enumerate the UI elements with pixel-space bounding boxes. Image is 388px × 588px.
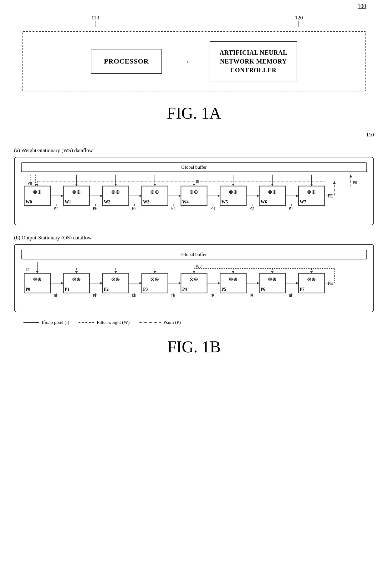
svg-marker-89 <box>193 271 195 273</box>
svg-text:⊗⊕: ⊗⊕ <box>111 276 120 282</box>
svg-marker-74 <box>154 184 156 186</box>
svg-text:⊗⊕: ⊗⊕ <box>307 189 316 195</box>
svg-marker-93 <box>271 271 273 273</box>
processor-label: PROCESSOR <box>104 57 149 65</box>
svg-text:P2: P2 <box>249 206 254 211</box>
svg-text:P4: P4 <box>171 206 176 211</box>
svg-marker-21 <box>100 195 103 197</box>
svg-text:W3: W3 <box>143 200 150 204</box>
svg-text:W7: W7 <box>196 264 202 268</box>
svg-text:W2: W2 <box>104 200 110 204</box>
fig1b-section: 110 (a) Weight-Stationary (WS) dataflow … <box>14 122 374 356</box>
svg-text:⊗⊕: ⊗⊕ <box>150 276 159 282</box>
legend-solid-label: Ifmap pixel (I) <box>42 320 69 325</box>
svg-text:⊗⊕: ⊗⊕ <box>268 189 277 195</box>
svg-marker-70 <box>75 184 78 186</box>
svg-marker-14 <box>61 195 63 197</box>
dotted-line-icon <box>139 322 161 323</box>
svg-text:W4: W4 <box>182 200 189 204</box>
svg-text:P1: P1 <box>65 287 69 291</box>
svg-text:P2: P2 <box>104 287 109 291</box>
legend-dotted: Psum (P) <box>139 320 181 325</box>
svg-marker-28 <box>140 195 142 197</box>
svg-text:⊗⊕: ⊗⊕ <box>268 276 277 282</box>
svg-text:⊗⊕: ⊗⊕ <box>150 189 159 195</box>
svg-marker-9 <box>350 175 352 177</box>
ref-110-fig1b: 110 <box>366 132 374 138</box>
ann-memory-controller-block: ARTIFICIAL NEURALNETWORK MEMORYCONTROLLE… <box>210 41 297 81</box>
svg-text:P0: P0 <box>353 181 357 185</box>
svg-marker-114 <box>100 282 103 284</box>
svg-text:W1: W1 <box>65 200 71 204</box>
svg-text:⊗⊕: ⊗⊕ <box>33 189 42 195</box>
svg-text:⊗⊕: ⊗⊕ <box>33 276 42 282</box>
os-section: (b) Output-Stationary (OS) dataflow Glob… <box>14 235 374 313</box>
svg-marker-99 <box>114 271 117 273</box>
os-global-buffer: Global buffer <box>21 250 367 259</box>
svg-marker-138 <box>218 282 220 284</box>
svg-text:W6: W6 <box>261 200 267 204</box>
fig1a-section: 100 110 120 PROCESSOR ARTIFICIAL NEURALN… <box>22 0 366 122</box>
processor-block: PROCESSOR <box>91 49 162 74</box>
svg-text:⊗⊕: ⊗⊕ <box>229 189 237 195</box>
svg-text:P7: P7 <box>54 206 58 211</box>
legend-solid: Ifmap pixel (I) <box>23 320 69 325</box>
svg-text:P8: P8 <box>28 181 32 186</box>
svg-text:⊗⊕: ⊗⊕ <box>229 276 237 282</box>
svg-marker-49 <box>257 195 259 197</box>
svg-marker-146 <box>257 282 259 284</box>
legend-dotted-label: Psum (P) <box>163 320 181 325</box>
arrow-processor-to-ann <box>181 56 191 67</box>
svg-text:W5: W5 <box>222 200 228 204</box>
svg-text:P5: P5 <box>222 287 226 291</box>
svg-marker-95 <box>310 271 313 273</box>
svg-marker-5 <box>193 184 195 186</box>
svg-text:P6: P6 <box>93 206 98 211</box>
svg-marker-97 <box>75 271 78 273</box>
ref-110-fig1a: 110 <box>91 15 99 21</box>
svg-text:P7: P7 <box>300 287 304 291</box>
ws-svg: P8 I8 P0 ⊗⊕ W0 <box>21 175 367 217</box>
svg-text:⊗⊕: ⊗⊕ <box>189 189 198 195</box>
svg-marker-35 <box>179 195 181 197</box>
dashed-line-icon <box>79 322 94 323</box>
fig1a-title: FIG. 1A <box>22 104 366 122</box>
svg-text:⊗⊕: ⊗⊕ <box>72 189 81 195</box>
svg-text:P3: P3 <box>210 206 215 211</box>
svg-marker-91 <box>232 271 234 273</box>
ws-label: (a) Weight-Stationary (WS) dataflow <box>14 147 374 154</box>
svg-text:P5: P5 <box>132 206 137 211</box>
svg-text:⊗⊕: ⊗⊕ <box>111 189 120 195</box>
svg-text:⊗⊕: ⊗⊕ <box>307 276 316 282</box>
ref-120-fig1a: 120 <box>295 15 303 21</box>
legend: Ifmap pixel (I) Filter weight (W) Psum (… <box>14 320 374 325</box>
svg-marker-56 <box>296 195 299 197</box>
svg-text:P6: P6 <box>261 287 265 291</box>
legend-dashed: Filter weight (W) <box>79 320 130 325</box>
svg-text:⊗⊕: ⊗⊕ <box>189 276 198 282</box>
svg-marker-65 <box>36 184 38 186</box>
svg-marker-101 <box>154 271 156 273</box>
svg-text:I7: I7 <box>26 267 29 272</box>
os-label: (b) Output-Stationary (OS) dataflow <box>14 235 374 241</box>
ref-100: 100 <box>358 3 366 10</box>
svg-text:W7: W7 <box>300 200 306 204</box>
svg-marker-68 <box>333 181 335 184</box>
svg-marker-106 <box>61 282 63 284</box>
svg-marker-42 <box>218 195 220 197</box>
solid-line-icon <box>23 322 39 323</box>
fig1b-title: FIG. 1B <box>14 338 374 356</box>
os-svg: I7 W7 <box>21 262 367 304</box>
legend-dashed-label: Filter weight (W) <box>97 320 130 325</box>
svg-marker-72 <box>114 184 117 186</box>
svg-marker-122 <box>140 282 142 284</box>
svg-text:P3: P3 <box>143 287 148 291</box>
svg-marker-154 <box>296 282 299 284</box>
svg-text:P0: P0 <box>26 287 30 291</box>
svg-marker-78 <box>271 184 273 186</box>
svg-text:W0: W0 <box>26 200 32 204</box>
svg-marker-82 <box>36 271 38 273</box>
svg-marker-80 <box>310 184 313 186</box>
svg-text:P1: P1 <box>289 206 293 211</box>
svg-text:P4: P4 <box>182 287 187 291</box>
